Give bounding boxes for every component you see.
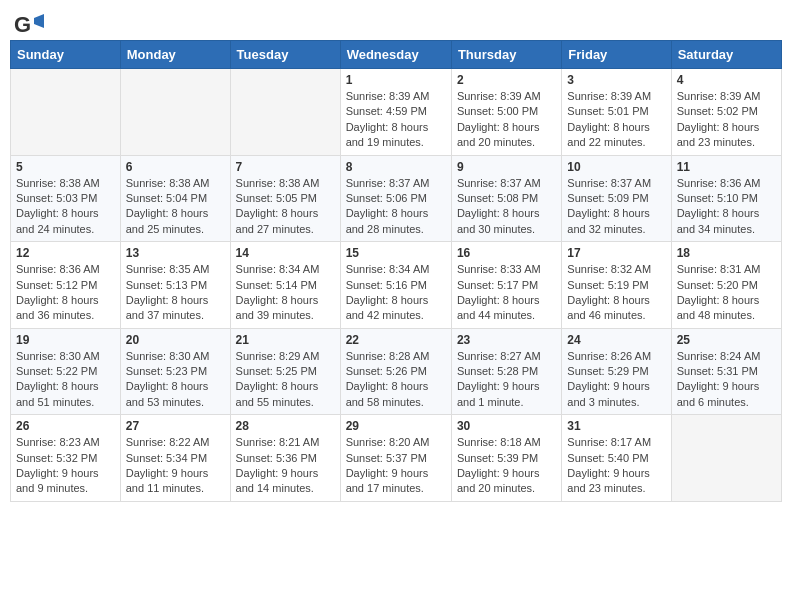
day-info: Sunrise: 8:20 AMSunset: 5:37 PMDaylight:…: [346, 435, 446, 497]
calendar-cell: 31Sunrise: 8:17 AMSunset: 5:40 PMDayligh…: [562, 415, 671, 502]
day-info: Sunrise: 8:36 AMSunset: 5:12 PMDaylight:…: [16, 262, 115, 324]
day-info: Sunrise: 8:27 AMSunset: 5:28 PMDaylight:…: [457, 349, 556, 411]
calendar-week-5: 26Sunrise: 8:23 AMSunset: 5:32 PMDayligh…: [11, 415, 782, 502]
day-info: Sunrise: 8:37 AMSunset: 5:09 PMDaylight:…: [567, 176, 665, 238]
day-number: 16: [457, 246, 556, 260]
weekday-header-row: SundayMondayTuesdayWednesdayThursdayFrid…: [11, 41, 782, 69]
day-info: Sunrise: 8:26 AMSunset: 5:29 PMDaylight:…: [567, 349, 665, 411]
calendar-cell: 27Sunrise: 8:22 AMSunset: 5:34 PMDayligh…: [120, 415, 230, 502]
calendar-cell: 10Sunrise: 8:37 AMSunset: 5:09 PMDayligh…: [562, 155, 671, 242]
day-number: 7: [236, 160, 335, 174]
day-number: 9: [457, 160, 556, 174]
weekday-header-wednesday: Wednesday: [340, 41, 451, 69]
calendar-cell: 21Sunrise: 8:29 AMSunset: 5:25 PMDayligh…: [230, 328, 340, 415]
calendar-cell: 3Sunrise: 8:39 AMSunset: 5:01 PMDaylight…: [562, 69, 671, 156]
calendar-cell: 17Sunrise: 8:32 AMSunset: 5:19 PMDayligh…: [562, 242, 671, 329]
calendar-cell: 29Sunrise: 8:20 AMSunset: 5:37 PMDayligh…: [340, 415, 451, 502]
day-info: Sunrise: 8:39 AMSunset: 5:01 PMDaylight:…: [567, 89, 665, 151]
day-info: Sunrise: 8:37 AMSunset: 5:08 PMDaylight:…: [457, 176, 556, 238]
calendar-cell: 23Sunrise: 8:27 AMSunset: 5:28 PMDayligh…: [451, 328, 561, 415]
calendar-cell: 1Sunrise: 8:39 AMSunset: 4:59 PMDaylight…: [340, 69, 451, 156]
calendar-cell: 24Sunrise: 8:26 AMSunset: 5:29 PMDayligh…: [562, 328, 671, 415]
day-number: 25: [677, 333, 776, 347]
day-number: 22: [346, 333, 446, 347]
day-info: Sunrise: 8:17 AMSunset: 5:40 PMDaylight:…: [567, 435, 665, 497]
day-number: 26: [16, 419, 115, 433]
day-number: 29: [346, 419, 446, 433]
calendar-cell: [671, 415, 781, 502]
calendar-cell: 11Sunrise: 8:36 AMSunset: 5:10 PMDayligh…: [671, 155, 781, 242]
day-info: Sunrise: 8:39 AMSunset: 5:00 PMDaylight:…: [457, 89, 556, 151]
day-number: 2: [457, 73, 556, 87]
calendar-cell: 22Sunrise: 8:28 AMSunset: 5:26 PMDayligh…: [340, 328, 451, 415]
day-info: Sunrise: 8:18 AMSunset: 5:39 PMDaylight:…: [457, 435, 556, 497]
calendar-cell: 15Sunrise: 8:34 AMSunset: 5:16 PMDayligh…: [340, 242, 451, 329]
day-number: 3: [567, 73, 665, 87]
day-number: 15: [346, 246, 446, 260]
day-number: 13: [126, 246, 225, 260]
calendar-cell: 14Sunrise: 8:34 AMSunset: 5:14 PMDayligh…: [230, 242, 340, 329]
calendar-week-1: 1Sunrise: 8:39 AMSunset: 4:59 PMDaylight…: [11, 69, 782, 156]
logo: G: [14, 10, 38, 32]
calendar-cell: [120, 69, 230, 156]
day-number: 4: [677, 73, 776, 87]
day-info: Sunrise: 8:29 AMSunset: 5:25 PMDaylight:…: [236, 349, 335, 411]
calendar-cell: [230, 69, 340, 156]
calendar-cell: 26Sunrise: 8:23 AMSunset: 5:32 PMDayligh…: [11, 415, 121, 502]
calendar-cell: 2Sunrise: 8:39 AMSunset: 5:00 PMDaylight…: [451, 69, 561, 156]
calendar-week-2: 5Sunrise: 8:38 AMSunset: 5:03 PMDaylight…: [11, 155, 782, 242]
logo-icon: G: [14, 10, 36, 32]
day-info: Sunrise: 8:34 AMSunset: 5:14 PMDaylight:…: [236, 262, 335, 324]
day-number: 10: [567, 160, 665, 174]
day-number: 1: [346, 73, 446, 87]
day-info: Sunrise: 8:31 AMSunset: 5:20 PMDaylight:…: [677, 262, 776, 324]
calendar-cell: 30Sunrise: 8:18 AMSunset: 5:39 PMDayligh…: [451, 415, 561, 502]
day-number: 21: [236, 333, 335, 347]
weekday-header-tuesday: Tuesday: [230, 41, 340, 69]
day-number: 5: [16, 160, 115, 174]
calendar-cell: 8Sunrise: 8:37 AMSunset: 5:06 PMDaylight…: [340, 155, 451, 242]
weekday-header-thursday: Thursday: [451, 41, 561, 69]
day-info: Sunrise: 8:38 AMSunset: 5:03 PMDaylight:…: [16, 176, 115, 238]
weekday-header-friday: Friday: [562, 41, 671, 69]
calendar-cell: 6Sunrise: 8:38 AMSunset: 5:04 PMDaylight…: [120, 155, 230, 242]
day-info: Sunrise: 8:23 AMSunset: 5:32 PMDaylight:…: [16, 435, 115, 497]
day-number: 28: [236, 419, 335, 433]
day-number: 8: [346, 160, 446, 174]
calendar-table: SundayMondayTuesdayWednesdayThursdayFrid…: [10, 40, 782, 502]
day-number: 24: [567, 333, 665, 347]
day-number: 18: [677, 246, 776, 260]
page-header: G: [10, 10, 782, 32]
weekday-header-saturday: Saturday: [671, 41, 781, 69]
day-info: Sunrise: 8:35 AMSunset: 5:13 PMDaylight:…: [126, 262, 225, 324]
calendar-cell: 18Sunrise: 8:31 AMSunset: 5:20 PMDayligh…: [671, 242, 781, 329]
day-number: 6: [126, 160, 225, 174]
day-number: 27: [126, 419, 225, 433]
day-info: Sunrise: 8:30 AMSunset: 5:23 PMDaylight:…: [126, 349, 225, 411]
calendar-cell: 20Sunrise: 8:30 AMSunset: 5:23 PMDayligh…: [120, 328, 230, 415]
day-number: 14: [236, 246, 335, 260]
calendar-cell: 7Sunrise: 8:38 AMSunset: 5:05 PMDaylight…: [230, 155, 340, 242]
day-number: 12: [16, 246, 115, 260]
svg-text:G: G: [14, 12, 31, 37]
calendar-cell: 19Sunrise: 8:30 AMSunset: 5:22 PMDayligh…: [11, 328, 121, 415]
day-info: Sunrise: 8:34 AMSunset: 5:16 PMDaylight:…: [346, 262, 446, 324]
day-number: 23: [457, 333, 556, 347]
day-info: Sunrise: 8:37 AMSunset: 5:06 PMDaylight:…: [346, 176, 446, 238]
day-number: 17: [567, 246, 665, 260]
day-info: Sunrise: 8:39 AMSunset: 4:59 PMDaylight:…: [346, 89, 446, 151]
day-info: Sunrise: 8:33 AMSunset: 5:17 PMDaylight:…: [457, 262, 556, 324]
day-info: Sunrise: 8:24 AMSunset: 5:31 PMDaylight:…: [677, 349, 776, 411]
day-info: Sunrise: 8:39 AMSunset: 5:02 PMDaylight:…: [677, 89, 776, 151]
calendar-cell: 4Sunrise: 8:39 AMSunset: 5:02 PMDaylight…: [671, 69, 781, 156]
calendar-cell: [11, 69, 121, 156]
calendar-cell: 28Sunrise: 8:21 AMSunset: 5:36 PMDayligh…: [230, 415, 340, 502]
day-info: Sunrise: 8:38 AMSunset: 5:04 PMDaylight:…: [126, 176, 225, 238]
calendar-week-3: 12Sunrise: 8:36 AMSunset: 5:12 PMDayligh…: [11, 242, 782, 329]
day-number: 19: [16, 333, 115, 347]
calendar-cell: 9Sunrise: 8:37 AMSunset: 5:08 PMDaylight…: [451, 155, 561, 242]
day-info: Sunrise: 8:28 AMSunset: 5:26 PMDaylight:…: [346, 349, 446, 411]
day-info: Sunrise: 8:30 AMSunset: 5:22 PMDaylight:…: [16, 349, 115, 411]
day-info: Sunrise: 8:22 AMSunset: 5:34 PMDaylight:…: [126, 435, 225, 497]
svg-marker-1: [34, 14, 44, 28]
